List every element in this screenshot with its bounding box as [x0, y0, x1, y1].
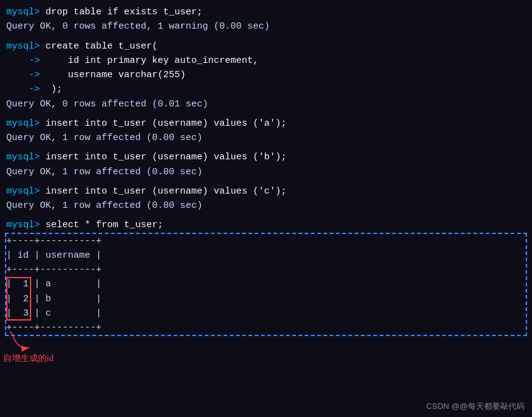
annotation-label: 自增生成的id	[3, 353, 54, 364]
spacer-4	[6, 179, 526, 184]
terminal-window: mysql> drop table if exists t_user; Quer…	[0, 0, 532, 417]
watermark: CSDN @@每天都要敲代码	[426, 401, 525, 412]
command-3: insert into t_user (username) values ('a…	[45, 118, 287, 129]
command-2: create table t_user(	[45, 41, 158, 52]
prompt-2a: ->	[6, 55, 45, 66]
line-3: mysql> insert into t_user (username) val…	[6, 116, 526, 131]
prompt-2: mysql>	[6, 41, 45, 52]
line-2b: -> username varchar(255)	[6, 68, 526, 82]
spacer	[6, 34, 526, 39]
line-select: mysql> select * from t_user;	[6, 218, 526, 232]
command: drop table if exists t_user;	[45, 7, 202, 17]
prompt-select: mysql>	[6, 220, 45, 230]
command-2c: );	[45, 84, 62, 95]
query-result-table: +----+----------+ | id | username | +---…	[6, 234, 526, 335]
prompt: mysql>	[6, 7, 45, 17]
command-select: select * from t_user;	[45, 220, 163, 230]
result-3: Query OK, 1 row affected (0.00 sec)	[6, 131, 526, 145]
table-header: | id | username |	[6, 248, 526, 263]
table-row-2: | 2 | b |	[6, 292, 526, 306]
prompt-2b: ->	[6, 70, 45, 80]
line-2c: -> );	[6, 82, 526, 96]
table-border-top: +----+----------+	[6, 234, 526, 248]
line-1: mysql> drop table if exists t_user;	[6, 5, 526, 19]
command-2a: id int primary key auto_increment,	[45, 55, 259, 66]
table-border-bot: +----+----------+	[6, 321, 526, 335]
spacer-2	[6, 111, 526, 116]
spacer-5	[6, 213, 526, 218]
command-5: insert into t_user (username) values ('c…	[45, 186, 287, 197]
line-4: mysql> insert into t_user (username) val…	[6, 150, 526, 164]
result-2: Query OK, 0 rows affected (0.01 sec)	[6, 97, 526, 111]
spacer-3	[6, 145, 526, 150]
table-border-mid: +----+----------+	[6, 263, 526, 277]
line-2a: -> id int primary key auto_increment,	[6, 54, 526, 68]
result-5: Query OK, 1 row affected (0.00 sec)	[6, 199, 526, 213]
command-4: insert into t_user (username) values ('b…	[45, 152, 287, 162]
prompt-4: mysql>	[6, 152, 45, 162]
prompt-2c: ->	[6, 84, 45, 95]
table-row-1: | 1 | a |	[6, 277, 526, 291]
line-2: mysql> create table t_user(	[6, 39, 526, 54]
line-5: mysql> insert into t_user (username) val…	[6, 184, 526, 199]
table-row-3: | 3 | c |	[6, 306, 526, 321]
prompt-5: mysql>	[6, 186, 45, 197]
result-4: Query OK, 1 row affected (0.00 sec)	[6, 165, 526, 179]
prompt-3: mysql>	[6, 118, 45, 129]
annotation-arrow-icon	[3, 327, 40, 352]
result-1: Query OK, 0 rows affected, 1 warning (0.…	[6, 19, 526, 34]
annotation: 自增生成的id	[3, 327, 54, 398]
command-2b: username varchar(255)	[45, 70, 186, 80]
